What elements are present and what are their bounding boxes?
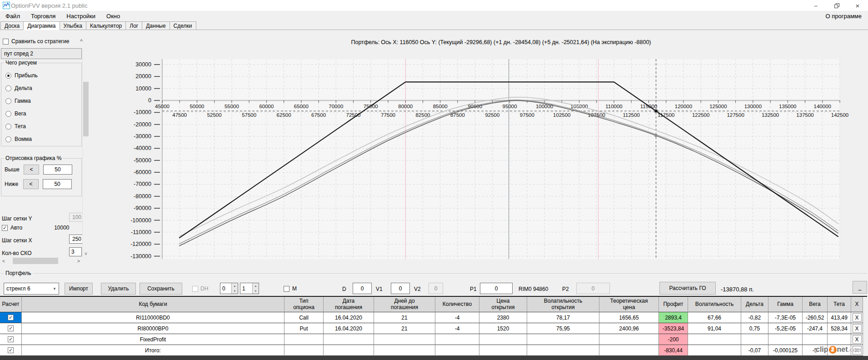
tab-Доска[interactable]: Доска bbox=[0, 21, 24, 30]
menu-about[interactable]: О программе bbox=[819, 11, 868, 21]
title-bar: OptionFVV версия 2.1 public – × bbox=[0, 0, 868, 11]
column-header[interactable]: Волатильность открытия bbox=[527, 297, 599, 312]
scrollbar-left-arrow-icon[interactable]: < bbox=[0, 257, 7, 265]
corner-button[interactable]: _ bbox=[853, 281, 867, 294]
menu-item-Файл[interactable]: Файл bbox=[0, 11, 25, 21]
v1-input[interactable]: 0 bbox=[391, 283, 410, 294]
spinner-1[interactable]: 0 ▲▼ bbox=[220, 283, 238, 294]
spinner-2[interactable]: 1 ▲▼ bbox=[240, 283, 259, 294]
tab-Улыбка[interactable]: Улыбка bbox=[60, 21, 87, 30]
restore-button[interactable] bbox=[826, 0, 847, 11]
column-header[interactable]: Гамма bbox=[768, 297, 803, 312]
close-button[interactable]: × bbox=[847, 0, 868, 11]
column-header[interactable]: Цена открытия bbox=[479, 297, 527, 312]
spinner-down-icon[interactable]: ▼ bbox=[232, 289, 238, 294]
row-select-cell[interactable]: ✓ bbox=[0, 312, 22, 323]
sidebar-vertical-scrollbar[interactable]: ˅ bbox=[82, 48, 89, 257]
table-cell: 2400,96 bbox=[599, 323, 659, 334]
x-tick-label: 50000 bbox=[190, 104, 204, 109]
below-value-input[interactable]: 50 bbox=[43, 179, 72, 189]
column-header[interactable]: Вега bbox=[803, 297, 828, 312]
positions-table: РасчетКод бумагиТип опционаДата погашени… bbox=[0, 296, 867, 356]
scrollbar-right-arrow-icon[interactable]: > bbox=[75, 257, 82, 265]
spinner-down-icon[interactable]: ▼ bbox=[253, 289, 259, 294]
column-header[interactable]: Тета bbox=[828, 297, 851, 312]
auto-checkbox[interactable]: ✓ bbox=[2, 225, 8, 231]
column-header[interactable]: Код бумаги bbox=[22, 297, 284, 312]
sidebar: Сравнить со стратегие ^ пут спред 2 Чего… bbox=[0, 30, 89, 266]
column-header[interactable]: Волатильность bbox=[688, 297, 741, 312]
radio-option-Гамма[interactable]: Гамма bbox=[5, 95, 78, 107]
column-header[interactable]: Теоретическая цена bbox=[599, 297, 659, 312]
spinner-up-icon[interactable]: ▲ bbox=[232, 283, 238, 289]
radio-option-Прибыль[interactable]: Прибыль bbox=[5, 69, 78, 82]
row-checkbox[interactable]: ✓ bbox=[8, 347, 14, 353]
column-header[interactable]: Расчет bbox=[0, 297, 22, 312]
below-step-button[interactable]: < bbox=[23, 179, 39, 189]
x-tick-label: 95000 bbox=[503, 104, 517, 109]
y-tick-label: -40000 bbox=[134, 145, 151, 151]
compare-strategy-checkbox[interactable] bbox=[3, 39, 9, 45]
calc-go-button[interactable]: Рассчитать ГО bbox=[659, 282, 716, 295]
tab-Калькулятор[interactable]: Калькулятор bbox=[86, 21, 126, 30]
table-cell bbox=[324, 334, 374, 345]
tab-Лог[interactable]: Лог bbox=[125, 21, 142, 30]
row-delete-button[interactable]: X bbox=[853, 324, 862, 333]
collapse-chevron-icon[interactable]: ^ bbox=[80, 38, 83, 45]
strategy-name-field[interactable]: пут спред 2 bbox=[1, 48, 82, 59]
minimize-button[interactable]: – bbox=[805, 0, 826, 11]
v2-input[interactable]: 0 bbox=[429, 283, 443, 294]
p2-input[interactable]: 0 bbox=[576, 283, 610, 294]
vertical-scrollbar-thumb[interactable] bbox=[83, 82, 89, 136]
import-button[interactable]: Импорт bbox=[65, 283, 93, 295]
column-header[interactable]: Количество bbox=[435, 297, 479, 312]
dh-checkbox[interactable] bbox=[192, 286, 198, 292]
row-delete-button[interactable]: X bbox=[853, 335, 862, 344]
scrollbar-down-arrow-icon[interactable]: ˅ bbox=[83, 250, 89, 257]
column-header[interactable]: X bbox=[851, 297, 863, 312]
x-tick-label: 137500 bbox=[796, 112, 813, 118]
row-select-cell[interactable]: ✓ bbox=[0, 334, 22, 345]
column-header[interactable]: Тип опциона bbox=[284, 297, 324, 312]
column-header[interactable]: Дельта bbox=[741, 297, 768, 312]
sko-count-input[interactable]: 3 bbox=[69, 247, 82, 256]
d-input[interactable]: 0 bbox=[353, 283, 372, 294]
p1-input[interactable]: 0 bbox=[480, 283, 513, 294]
column-header[interactable]: Дата погашения bbox=[324, 297, 374, 312]
column-header[interactable]: Профит bbox=[659, 297, 688, 312]
m-checkbox[interactable] bbox=[284, 286, 289, 292]
row-checkbox[interactable]: ✓ bbox=[8, 336, 14, 342]
radio-option-Вомма[interactable]: Вомма bbox=[5, 133, 78, 145]
table-cell: RI110000BD0 bbox=[22, 312, 284, 323]
y-tick-label: -70000 bbox=[134, 181, 151, 187]
table-cell bbox=[284, 345, 324, 356]
row-delete-button[interactable]: X bbox=[853, 313, 862, 322]
above-step-button[interactable]: < bbox=[24, 165, 39, 175]
portfolio-select[interactable]: стренгл 6 ▼ bbox=[4, 283, 59, 295]
row-select-cell[interactable]: ✓ bbox=[0, 345, 22, 356]
above-value-input[interactable]: 50 bbox=[43, 165, 72, 175]
row-select-cell[interactable]: ✓ bbox=[0, 323, 22, 334]
app-icon bbox=[3, 2, 10, 9]
y-tick-label: -10000 bbox=[134, 109, 151, 115]
row-checkbox[interactable]: ✓ bbox=[8, 325, 14, 331]
delete-button[interactable]: Удалить bbox=[101, 283, 136, 295]
menu-item-Окно[interactable]: Окно bbox=[101, 11, 125, 21]
radio-option-Дельта[interactable]: Дельта bbox=[5, 82, 78, 95]
row-checkbox[interactable]: ✓ bbox=[8, 315, 14, 320]
menu-item-Настройки[interactable]: Настройки bbox=[61, 11, 101, 21]
radio-option-Тета[interactable]: Тета bbox=[5, 120, 78, 133]
tab-Сделки[interactable]: Сделки bbox=[170, 21, 196, 30]
tab-Диаграмма[interactable]: Диаграмма bbox=[23, 21, 60, 30]
radio-option-Вега[interactable]: Вега bbox=[5, 107, 78, 120]
x-tick-label: 135000 bbox=[779, 104, 796, 109]
tab-Данные[interactable]: Данные bbox=[142, 21, 170, 30]
sidebar-horizontal-scrollbar[interactable]: < > bbox=[0, 257, 82, 265]
x-tick-label: 112500 bbox=[623, 112, 640, 118]
save-button[interactable]: Сохранить bbox=[140, 283, 182, 295]
column-header[interactable]: Дней до погашения bbox=[374, 297, 435, 312]
x-tick-label: 85000 bbox=[433, 104, 448, 109]
spinner-up-icon[interactable]: ▲ bbox=[253, 283, 259, 289]
menu-item-Торговля[interactable]: Торговля bbox=[25, 11, 61, 21]
horizontal-scrollbar-thumb[interactable] bbox=[13, 258, 58, 264]
